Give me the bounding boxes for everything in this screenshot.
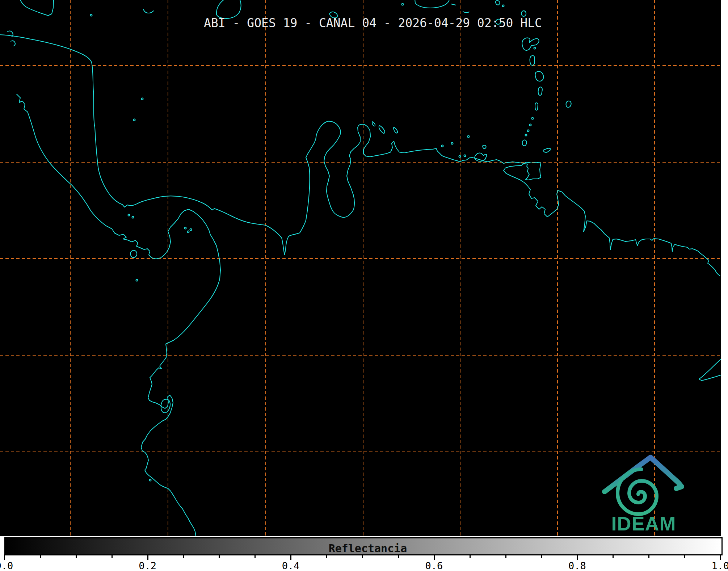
colorbar-minor-tick [505, 554, 506, 558]
island-dot [128, 214, 130, 216]
coastline-vieques [451, 4, 456, 5]
colorbar-major-tick [720, 554, 721, 560]
island-dot [190, 229, 192, 231]
colorbar-minor-tick [111, 554, 113, 558]
island-dot [150, 479, 151, 481]
colorbar-minor-tick [76, 554, 77, 558]
island-dot [142, 98, 143, 100]
colorbar-major-tick [577, 554, 578, 560]
coastline-st-martin [495, 1, 500, 5]
colorbar-tick-label: 1.0 [712, 560, 728, 571]
colorbar-label: Reflectancia [329, 542, 407, 555]
island-dot [185, 227, 186, 229]
colorbar-major-tick [147, 554, 148, 560]
satellite-image-viewport: ABI - GOES 19 - CANAL 04 - 2026-04-29 02… [0, 0, 728, 571]
colorbar-major-tick [4, 554, 5, 560]
map-canvas [0, 0, 721, 536]
colorbar-tick-label: 0.0 [0, 560, 13, 571]
coastline-barbados [566, 101, 571, 108]
colorbar-gradient: Reflectancia [4, 537, 723, 555]
island-dot [464, 155, 466, 157]
logo-mountain-icon [605, 457, 682, 492]
coastline-tobago [543, 148, 551, 152]
island-dot [534, 47, 536, 49]
colorbar-tick-label: 0.2 [139, 560, 156, 571]
colorbar-minor-tick [398, 554, 399, 558]
coastline-st-lucia [538, 87, 542, 95]
colorbar-minor-tick [541, 554, 542, 558]
coastline-aruba [372, 122, 375, 126]
coastline-southeast-spit [699, 359, 721, 381]
coastline-puerto-rico [415, 0, 449, 8]
coastline-blanquilla [483, 145, 486, 148]
island-dot [132, 217, 134, 218]
island-dot [91, 14, 92, 16]
island-dot-malpelo [136, 280, 138, 281]
colorbar-minor-tick [40, 554, 41, 558]
colorbar-minor-tick [684, 554, 685, 558]
island-dot [532, 118, 534, 119]
coastline-st-croix [463, 12, 469, 13]
island-dot [530, 124, 531, 126]
graticule-grid [0, 0, 721, 536]
island-dot [134, 119, 135, 121]
colorbar-minor-tick [326, 554, 327, 558]
coastline-curacao [379, 126, 385, 133]
island-dot [402, 4, 404, 5]
coastline-bay-islands [7, 31, 15, 46]
coastline-caribbean-mainland [0, 35, 720, 276]
colorbar-tick-label: 0.6 [425, 560, 443, 571]
island-dot [502, 5, 504, 7]
coastline-grenada [522, 140, 527, 146]
coastline-trinidad [524, 162, 541, 180]
coastline-puna [161, 399, 170, 413]
right-margin [721, 0, 728, 571]
colorbar-minor-tick [648, 554, 649, 558]
colorbar-minor-tick [254, 554, 256, 558]
island-dot [188, 231, 189, 233]
coastline-coiba [131, 251, 137, 258]
colorbar-tick-label: 0.4 [282, 560, 300, 571]
island-dot [468, 136, 470, 138]
coastline-guadeloupe [522, 38, 539, 51]
coastline-jamaica [20, 0, 54, 16]
image-title: ABI - GOES 19 - CANAL 04 - 2026-04-29 02… [204, 16, 542, 30]
map-area: ABI - GOES 19 - CANAL 04 - 2026-04-29 02… [0, 0, 721, 536]
colorbar-minor-tick [362, 554, 363, 558]
coastline-martinique [535, 71, 544, 81]
coastline-st-vincent [535, 103, 538, 110]
coastline-pacific-mainland [17, 94, 220, 536]
coastline-haiti-tip [143, 9, 153, 13]
colorbar-minor-tick [470, 554, 471, 558]
coastline-barbuda [521, 11, 526, 16]
coastline-dominica [530, 56, 535, 66]
colorbar-minor-tick [613, 554, 614, 558]
ideam-logo [605, 457, 682, 514]
logo-spiral-icon [618, 469, 657, 514]
colorbar-minor-tick [219, 554, 220, 558]
coastlines [0, 0, 721, 536]
colorbar-minor-tick [183, 554, 184, 558]
colorbar-major-tick [434, 554, 435, 560]
colorbar-area: Reflectancia 0.00.20.40.60.81.0 [0, 536, 728, 571]
island-dot [451, 143, 453, 144]
coastline-bonaire [394, 127, 397, 133]
island-dot [525, 134, 527, 136]
island-dot [527, 130, 529, 132]
colorbar-tick-label: 0.8 [568, 560, 586, 571]
colorbar-major-tick [290, 554, 291, 560]
island-dot [442, 145, 443, 147]
ideam-logo-text: IDEAM [611, 512, 676, 535]
island-dot [459, 156, 461, 158]
